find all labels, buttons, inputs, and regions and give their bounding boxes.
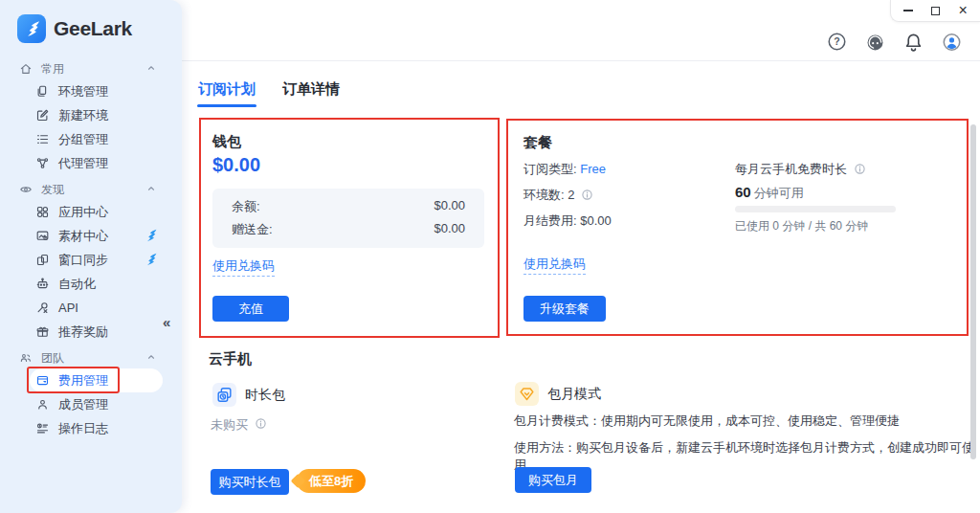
buy-monthly-button[interactable]: 购买包月 [515, 467, 591, 493]
sidebar-section-discover[interactable]: 发现 [0, 179, 182, 200]
sidebar-item-group-management[interactable]: 分组管理 [0, 127, 182, 151]
bonus-value: $0.00 [434, 221, 465, 238]
discount-badge-text: 低至8折 [309, 473, 353, 490]
sidebar-item-window-sync[interactable]: 窗口同步 [0, 248, 182, 272]
wallet-detail-panel: 余额: $0.00 赠送金: $0.00 [212, 189, 484, 248]
sidebar-item-referral-rewards[interactable]: 推荐奖励 [0, 320, 182, 344]
support-headset-icon[interactable] [864, 31, 886, 53]
monthly-plan-desc-1: 包月计费模式：使用期内可无限使用，成本可控、使用稳定、管理便捷 [514, 413, 900, 430]
maximize-button[interactable] [925, 2, 947, 19]
minimize-icon [903, 10, 913, 11]
logo-text: GeeLark [54, 17, 132, 40]
env-count-value: 2 [568, 188, 574, 202]
section-label: 常用 [41, 61, 64, 78]
section-label: 团队 [41, 350, 64, 367]
wallet-redeem-code-link[interactable]: 使用兑换码 [212, 257, 275, 277]
plan-title: 套餐 [523, 134, 552, 152]
sidebar-item-label: 素材中心 [58, 228, 108, 245]
topbar: ? [182, 0, 980, 61]
usage-progress-bar [735, 206, 896, 212]
sidebar-item-billing-management[interactable]: 费用管理 [0, 368, 182, 392]
status-info-icon[interactable] [255, 417, 267, 433]
sidebar-item-label: 费用管理 [58, 372, 108, 390]
monthly-fee-row: 月结费用: $0.00 [523, 212, 612, 230]
environment-icon [35, 84, 50, 99]
duration-pack-icon [212, 383, 236, 407]
api-icon [35, 301, 50, 315]
apps-icon [35, 205, 50, 219]
main-tabs: 订阅计划 订单详情 [198, 80, 340, 107]
sidebar-item-material-center[interactable]: 素材中心 [0, 224, 182, 248]
sidebar-item-proxy-management[interactable]: 代理管理 [0, 151, 182, 175]
notification-bell-icon[interactable] [902, 31, 924, 53]
proxy-icon [35, 156, 50, 170]
billing-wallet-icon [35, 373, 50, 388]
team-icon [19, 351, 33, 365]
sidebar-item-label: 成员管理 [58, 396, 108, 413]
subscription-type-label: 订阅类型: [523, 162, 577, 176]
buy-duration-pack-button[interactable]: 购买时长包 [211, 469, 289, 495]
status-text: 未购买 [211, 416, 248, 434]
free-minutes-row: 每月云手机免费时长 [735, 161, 866, 178]
plan-card: 套餐 订阅类型: Free 环境数: 2 月结费用: $0.00 使用兑换码 升… [506, 119, 969, 336]
sidebar-section-common[interactable]: 常用 [0, 58, 182, 79]
monthly-plan-name: 包月模式 [547, 386, 601, 403]
app-logo: GeeLark [0, 0, 182, 43]
rewards-gift-icon [35, 324, 50, 339]
app-window: GeeLark 常用 环境管理 [0, 0, 980, 513]
minutes-value: 60 [735, 184, 751, 200]
geelark-logo-icon [17, 14, 46, 43]
subscription-type-row: 订阅类型: Free [523, 161, 606, 178]
help-icon[interactable]: ? [826, 31, 848, 53]
usage-text: 已使用 0 分钟 / 共 60 分钟 [735, 218, 868, 234]
new-environment-icon [35, 108, 50, 123]
sidebar-item-label: 窗口同步 [58, 252, 108, 269]
duration-pack-status: 未购买 [211, 416, 267, 434]
subscription-type-value: Free [580, 162, 606, 176]
sidebar-item-operation-logs[interactable]: 操作日志 [0, 416, 182, 440]
monthly-fee-label: 月结费用: [523, 213, 577, 228]
monthly-plan-diamond-icon [515, 382, 539, 406]
sidebar-collapse-button[interactable]: « [163, 314, 168, 330]
minimize-button[interactable] [898, 2, 919, 19]
maximize-icon [931, 7, 940, 15]
plan-redeem-code-link[interactable]: 使用兑换码 [523, 256, 586, 275]
cloud-phone-title: 云手机 [209, 350, 252, 368]
sidebar: GeeLark 常用 环境管理 [0, 0, 182, 513]
free-minutes-info-icon[interactable] [854, 163, 866, 178]
monthly-fee-value: $0.00 [580, 213, 612, 228]
env-count-row: 环境数: 2 [523, 187, 593, 204]
sidebar-item-label: 自动化 [58, 276, 96, 293]
recharge-button[interactable]: 充值 [212, 296, 289, 322]
sidebar-item-automation[interactable]: 自动化 [0, 272, 182, 296]
sidebar-item-member-management[interactable]: 成员管理 [0, 392, 182, 416]
tab-order-details[interactable]: 订单详情 [282, 80, 340, 107]
balance-value: $0.00 [434, 198, 465, 215]
bird-badge-icon [143, 252, 158, 270]
sidebar-item-environment-management[interactable]: 环境管理 [0, 79, 182, 103]
wallet-balance: $0.00 [212, 154, 260, 176]
sidebar-section-team[interactable]: 团队 [0, 347, 182, 368]
sidebar-item-label: 操作日志 [58, 420, 108, 437]
sidebar-item-label: 推荐奖励 [58, 323, 108, 341]
close-button[interactable]: × [952, 2, 973, 19]
section-label: 发现 [41, 182, 64, 198]
window-controls: × [890, 0, 980, 22]
home-icon [19, 62, 33, 76]
wallet-row-balance: 余额: $0.00 [232, 198, 465, 215]
tab-subscription-plan[interactable]: 订阅计划 [198, 80, 256, 107]
env-info-icon[interactable] [581, 189, 593, 204]
upgrade-plan-button[interactable]: 升级套餐 [523, 296, 606, 322]
minutes-suffix: 分钟可用 [754, 186, 804, 200]
wallet-title: 钱包 [212, 133, 241, 151]
logs-icon [35, 421, 50, 435]
sidebar-item-new-environment[interactable]: 新建环境 [0, 103, 182, 127]
minutes-available: 60分钟可用 [735, 184, 804, 202]
sidebar-item-app-center[interactable]: 应用中心 [0, 200, 182, 224]
account-avatar-icon[interactable] [941, 31, 963, 53]
vertical-scrollbar[interactable] [970, 124, 976, 459]
chevron-up-icon [145, 183, 157, 197]
bird-badge-icon [143, 228, 158, 246]
sidebar-item-api[interactable]: API [0, 296, 182, 320]
sidebar-item-label: 代理管理 [58, 155, 108, 172]
